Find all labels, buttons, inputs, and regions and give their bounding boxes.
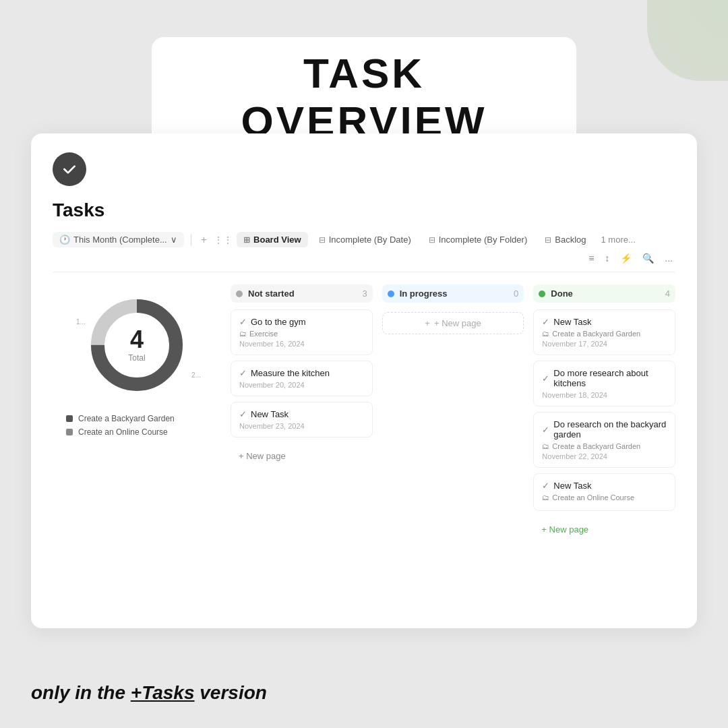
- not-started-new-page-button[interactable]: + New page: [231, 446, 373, 466]
- toolbar-actions: ≡ ↕ ⚡ 🔍 ...: [586, 251, 675, 265]
- task-card-done-4[interactable]: ✓ New Task 🗂 Create an Online Course: [533, 473, 675, 511]
- chart-legend: Create a Backyard Garden Create an Onlin…: [53, 414, 221, 441]
- task-title: Go to the gym: [251, 317, 306, 327]
- task-card[interactable]: ✓ Measure the kitchen November 20, 2024: [231, 361, 373, 396]
- not-started-header: Not started 3: [231, 284, 373, 303]
- folder-icon: 🗂: [239, 330, 247, 338]
- task-check-icon: ✓: [542, 373, 549, 384]
- task-check-icon: ✓: [542, 425, 549, 435]
- task-folder-name: Create a Backyard Garden: [552, 330, 640, 338]
- task-check-icon: ✓: [542, 317, 549, 327]
- task-folder-name: Create a Backyard Garden: [552, 442, 640, 450]
- done-title: Done: [551, 289, 573, 299]
- tab-incomplete-folder[interactable]: ⊟ Incomplete (By Folder): [422, 232, 535, 247]
- task-title: Measure the kitchen: [251, 368, 330, 378]
- task-title: New Task: [251, 409, 289, 419]
- search-icon[interactable]: 🔍: [640, 251, 657, 265]
- legend-dot-garden: [66, 415, 73, 422]
- not-started-title: Not started: [248, 289, 295, 299]
- task-date: November 16, 2024: [239, 340, 364, 348]
- in-progress-new-page-button[interactable]: + + New page: [382, 312, 524, 334]
- backlog-icon: ⊟: [545, 235, 551, 245]
- in-progress-count: 0: [514, 289, 518, 299]
- more-tabs-button[interactable]: 1 more...: [597, 232, 639, 247]
- tasks-heading: Tasks: [53, 200, 675, 221]
- tab-incomplete-date-label: Incomplete (By Date): [329, 235, 411, 245]
- bottom-suffix: version: [195, 682, 267, 703]
- total-count: 4: [128, 328, 145, 352]
- folder-icon: 🗂: [542, 493, 549, 502]
- column-not-started: Not started 3 ✓ Go to the gym 🗂 Exercise…: [231, 284, 373, 628]
- add-view-button[interactable]: +: [198, 234, 210, 246]
- task-folder-name: Create an Online Course: [552, 493, 634, 502]
- legend-label-course: Create an Online Course: [78, 427, 168, 437]
- bottom-prefix: only in the: [31, 682, 131, 703]
- board: 4 Total 1... 2... Create a Backyard Gard…: [53, 284, 675, 628]
- plus-icon: +: [425, 318, 430, 328]
- task-date: November 20, 2024: [239, 381, 364, 389]
- task-folder: 🗂 Create an Online Course: [542, 493, 667, 502]
- task-card[interactable]: ✓ New Task November 23, 2024: [231, 402, 373, 437]
- filter-action-icon[interactable]: ≡: [586, 251, 597, 265]
- donut-center: 4 Total: [128, 328, 145, 363]
- task-check-icon: ✓: [542, 481, 549, 491]
- done-count: 4: [665, 289, 670, 299]
- in-progress-title: In progress: [400, 289, 448, 299]
- done-new-page-button[interactable]: + New page: [533, 519, 675, 540]
- task-date: November 23, 2024: [239, 422, 364, 430]
- legend-label-garden: Create a Backyard Garden: [78, 414, 175, 423]
- filter-button[interactable]: 🕐 This Month (Complete... ∨: [53, 232, 184, 247]
- incomplete-date-icon: ⊟: [319, 235, 326, 245]
- page-title: TASK OVERVIEW: [192, 49, 536, 145]
- task-title: New Task: [553, 317, 591, 327]
- task-date: November 22, 2024: [542, 452, 667, 460]
- app-icon: [53, 152, 86, 186]
- donut-chart: 4 Total 1... 2...: [83, 291, 191, 399]
- grid-icon: ⋮⋮: [214, 235, 233, 245]
- task-folder: 🗂 Create a Backyard Garden: [542, 442, 667, 450]
- task-date: November 18, 2024: [542, 391, 667, 399]
- tab-board-label: Board View: [253, 235, 301, 245]
- in-progress-header: In progress 0: [382, 284, 524, 303]
- task-check-icon: ✓: [239, 368, 247, 378]
- tab-incomplete-date[interactable]: ⊟ Incomplete (By Date): [312, 232, 418, 247]
- tab-board-view[interactable]: ⊞ Board View: [237, 232, 308, 247]
- column-done: Done 4 ✓ New Task 🗂 Create a Backyard Ga…: [533, 284, 675, 628]
- tab-incomplete-folder-label: Incomplete (By Folder): [439, 235, 528, 245]
- lightning-icon[interactable]: ⚡: [617, 251, 634, 265]
- folder-icon: 🗂: [542, 442, 549, 450]
- task-folder: 🗂 Create a Backyard Garden: [542, 330, 667, 338]
- more-options-icon[interactable]: ...: [662, 251, 675, 265]
- not-started-count: 3: [362, 289, 367, 299]
- task-title: Do more research about kitchens: [553, 368, 667, 388]
- task-card-done-3[interactable]: ✓ Do research on the backyard garden 🗂 C…: [533, 412, 675, 468]
- incomplete-folder-icon: ⊟: [429, 235, 435, 245]
- chart-panel: 4 Total 1... 2... Create a Backyard Gard…: [53, 284, 221, 628]
- task-card-done-1[interactable]: ✓ New Task 🗂 Create a Backyard Garden No…: [533, 309, 675, 355]
- task-folder: 🗂 Exercise: [239, 330, 364, 338]
- board-view-icon: ⊞: [243, 235, 250, 245]
- total-label: Total: [128, 353, 145, 363]
- legend-dot-course: [66, 429, 73, 435]
- column-in-progress: In progress 0 + + New page: [382, 284, 524, 628]
- chevron-icon: ∨: [171, 235, 177, 245]
- sort-icon[interactable]: ↕: [602, 251, 612, 265]
- filter-label: This Month (Complete...: [73, 235, 167, 245]
- toolbar: 🕐 This Month (Complete... ∨ + ⋮⋮ ⊞ Board…: [53, 232, 675, 272]
- tab-backlog[interactable]: ⊟ Backlog: [538, 232, 593, 247]
- done-dot: [539, 291, 545, 297]
- legend-item-garden: Create a Backyard Garden: [66, 414, 221, 423]
- bg-decoration: [647, 0, 728, 81]
- tab-backlog-label: Backlog: [555, 235, 586, 245]
- main-card: Tasks 🕐 This Month (Complete... ∨ + ⋮⋮ ⊞…: [31, 133, 697, 628]
- task-date: November 17, 2024: [542, 340, 667, 348]
- chart-axis-right: 2...: [191, 371, 201, 379]
- task-folder-name: Exercise: [249, 330, 278, 338]
- task-card-done-2[interactable]: ✓ Do more research about kitchens Novemb…: [533, 361, 675, 406]
- task-card[interactable]: ✓ Go to the gym 🗂 Exercise November 16, …: [231, 309, 373, 355]
- done-header: Done 4: [533, 284, 675, 303]
- not-started-dot: [236, 291, 243, 297]
- chart-axis-left: 1...: [76, 318, 86, 326]
- toolbar-divider: [191, 234, 191, 246]
- bottom-link[interactable]: +Tasks: [131, 682, 195, 703]
